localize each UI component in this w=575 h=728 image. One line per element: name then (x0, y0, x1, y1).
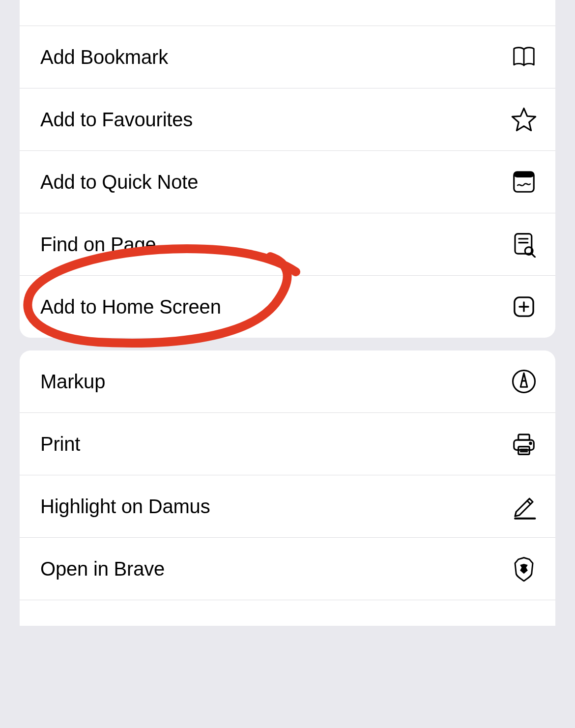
menu-item-find-on-page[interactable]: Find on Page (20, 213, 555, 275)
quick-note-icon (510, 168, 538, 196)
printer-icon (510, 430, 538, 458)
menu-item-previous[interactable] (20, 0, 555, 26)
menu-item-label: Add to Favourites (40, 109, 193, 131)
menu-item-open-in-brave[interactable]: Open in Brave (20, 538, 555, 600)
brave-icon (510, 555, 538, 582)
generic-icon (510, 599, 538, 626)
menu-item-label: Add to Home Screen (40, 296, 221, 318)
svg-rect-12 (514, 440, 534, 450)
star-icon (510, 106, 538, 133)
share-sheet: Add Bookmark Add to Favourites (0, 0, 575, 728)
markup-icon (510, 368, 538, 395)
menu-item-label: Print (40, 433, 80, 455)
svg-rect-1 (514, 172, 534, 177)
menu-item-label: Add to Quick Note (40, 171, 198, 193)
menu-item-label: Highlight on Damus (40, 495, 210, 518)
menu-item-print[interactable]: Print (20, 413, 555, 475)
menu-item-markup[interactable]: Markup (20, 350, 555, 412)
menu-group-2: Markup Print (20, 350, 555, 626)
generic-icon (510, 0, 538, 27)
menu-item-label: Open in Brave (40, 558, 165, 580)
find-on-page-icon (510, 231, 538, 258)
share-sheet-viewport: Add Bookmark Add to Favourites (0, 0, 575, 728)
svg-line-18 (527, 501, 531, 504)
menu-item-label: Markup (40, 371, 105, 393)
menu-item-add-to-home-screen[interactable]: Add to Home Screen (20, 276, 555, 338)
menu-group-1: Add Bookmark Add to Favourites (20, 0, 555, 338)
menu-item-label: Add Bookmark (40, 46, 168, 68)
svg-point-15 (530, 442, 531, 444)
book-icon (510, 43, 538, 71)
menu-item-label: Find on Page (40, 233, 156, 256)
menu-item-highlight-on-damus[interactable]: Highlight on Damus (20, 475, 555, 537)
svg-rect-2 (515, 234, 532, 254)
svg-line-6 (532, 254, 535, 257)
plus-square-icon (510, 293, 538, 320)
menu-item-add-bookmark[interactable]: Add Bookmark (20, 26, 555, 88)
menu-item-add-to-favourites[interactable]: Add to Favourites (20, 88, 555, 150)
menu-item-add-to-quick-note[interactable]: Add to Quick Note (20, 151, 555, 213)
svg-rect-13 (518, 435, 530, 440)
pencil-underline-icon (510, 493, 538, 520)
menu-item-next[interactable] (20, 600, 555, 626)
